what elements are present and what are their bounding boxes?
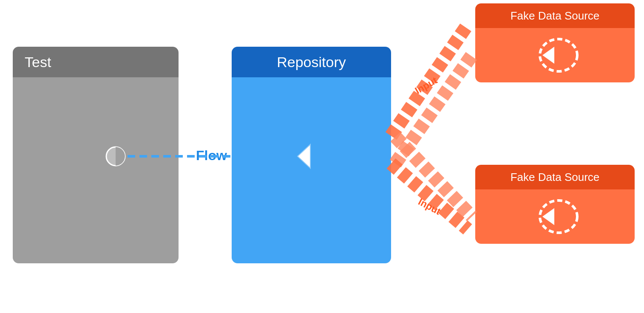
fake-data-source-2-body [475,189,635,244]
input-label-top-text: Input [413,75,440,96]
input-line-bottom-2 [395,137,472,217]
arrow-icon-2 [542,208,554,225]
input-label-bottom-text: Input [417,196,443,217]
repository-node-body [232,77,391,263]
input-line-top-2 [395,55,472,164]
repository-node-title: Repository [277,54,346,70]
diagram: Test Repository Fake Data Source Fake Da… [0,0,644,313]
repository-node: Repository [232,47,391,263]
fake-data-source-2-title: Fake Data Source [511,171,600,184]
test-node-title: Test [25,54,51,70]
test-node-body [13,77,179,263]
flow-label: Flow [196,148,227,164]
input-line-bottom [391,164,468,229]
fake-data-source-1-title: Fake Data Source [511,9,600,23]
fake-data-source-1-icon [530,34,581,76]
fake-data-source-2-node: Fake Data Source [475,165,635,244]
repository-node-header: Repository [232,47,391,77]
input-line-top [391,25,468,136]
arrow-icon [542,47,554,64]
fake-data-source-2-header: Fake Data Source [475,165,635,189]
fake-data-source-1-header: Fake Data Source [475,3,635,28]
fake-data-source-1-body [475,28,635,82]
test-node-header: Test [13,47,179,77]
fake-data-source-2-icon [530,195,581,238]
test-node: Test [13,47,179,263]
fake-data-source-1-node: Fake Data Source [475,3,635,82]
